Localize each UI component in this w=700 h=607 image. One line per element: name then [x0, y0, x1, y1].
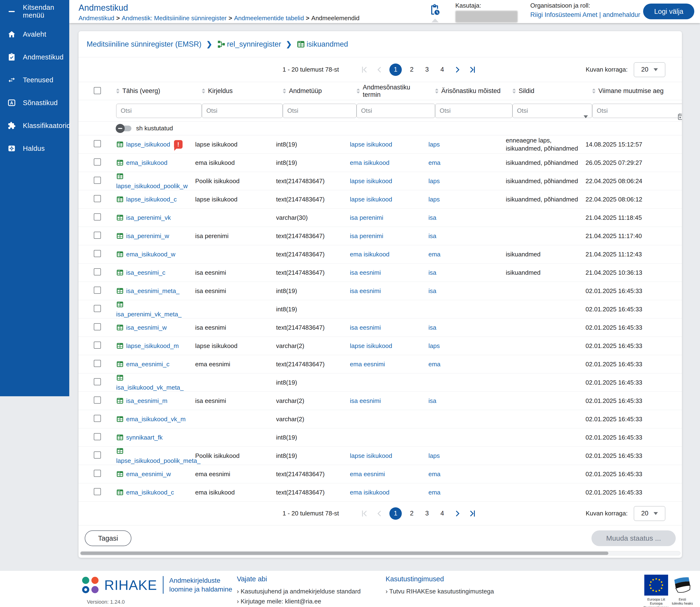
search-input-kirjeldus[interactable]	[202, 104, 283, 118]
previous-page-button[interactable]	[374, 64, 385, 75]
row-checkbox[interactable]	[94, 250, 101, 257]
dictionary-term-link[interactable]: isa eesnimi	[350, 324, 381, 331]
page-button-active[interactable]: 1	[389, 63, 402, 76]
sidebar-item-datasets[interactable]: Andmestikud	[0, 46, 69, 68]
row-checkbox[interactable]	[94, 213, 101, 221]
business-concept-link[interactable]: laps	[428, 141, 440, 148]
next-page-button[interactable]	[452, 508, 463, 519]
breadcrumb-link[interactable]: Andmestik: Meditsiiniline sünniregister	[122, 15, 227, 22]
sidebar-item-services[interactable]: Teenused	[0, 68, 69, 91]
element-link[interactable]: isa_perenimi_w	[116, 232, 169, 240]
business-concept-link[interactable]: isa	[428, 269, 436, 276]
dictionary-term-link[interactable]: ema eesnimi	[350, 470, 385, 478]
dictionary-term-link[interactable]: isa eesnimi	[350, 287, 381, 294]
column-header-muutmise-aeg[interactable]: Viimane muutmise aeg	[585, 87, 682, 95]
sidebar-item-home[interactable]: Avaleht	[0, 23, 69, 46]
element-link[interactable]: isa_isikukood_vk_meta_	[116, 374, 192, 391]
element-link[interactable]: ema_eesnimi_c	[116, 360, 169, 368]
scrollbar-thumb[interactable]	[80, 551, 608, 555]
element-link[interactable]: ema_isikukood	[116, 159, 167, 167]
sidebar-item-collapse-menu[interactable]: Kitsendan menüü	[0, 0, 69, 23]
business-concept-link[interactable]: ema	[428, 489, 441, 496]
sidebar-item-classifiers[interactable]: Klassifikaatorid	[0, 114, 69, 137]
element-link[interactable]: lapse_isikukood_c	[116, 195, 177, 203]
per-page-select[interactable]: 20	[634, 62, 665, 77]
column-header-tahis[interactable]: Tähis (veerg)	[109, 87, 195, 95]
search-input-termin[interactable]	[357, 104, 435, 118]
business-concept-link[interactable]: isa	[428, 324, 436, 331]
row-checkbox[interactable]	[94, 470, 101, 477]
column-header-sildid[interactable]: Sildid	[506, 87, 585, 95]
row-checkbox[interactable]	[94, 287, 101, 294]
column-header-kirjeldus[interactable]: Kirjeldus	[195, 87, 276, 95]
business-concept-link[interactable]: isa	[428, 214, 436, 221]
dictionary-term-link[interactable]: isa eesnimi	[350, 269, 381, 276]
search-select-sildid[interactable]	[513, 104, 592, 118]
previous-page-button[interactable]	[374, 508, 385, 519]
element-link[interactable]: lapse_isikukood_poolik_w	[116, 172, 192, 190]
sidebar-item-vocabularies[interactable]: A Sõnastikud	[0, 91, 69, 114]
element-link[interactable]: ema_isikukood_c	[116, 488, 174, 496]
dictionary-term-link[interactable]: lapse isikukood	[350, 196, 392, 203]
element-link[interactable]: ema_isikukood_w	[116, 250, 175, 258]
page-button[interactable]: 3	[422, 510, 432, 517]
dictionary-term-link[interactable]: lapse isikukood	[350, 177, 392, 185]
row-checkbox[interactable]	[94, 177, 101, 184]
row-checkbox[interactable]	[94, 433, 101, 440]
business-concept-link[interactable]: laps	[428, 177, 440, 185]
row-checkbox[interactable]	[94, 488, 101, 495]
last-page-button[interactable]	[467, 64, 478, 75]
element-link[interactable]: isa_eesnimi_c	[116, 269, 165, 276]
row-checkbox[interactable]	[94, 378, 101, 385]
per-page-select[interactable]: 20	[634, 506, 665, 521]
first-page-button[interactable]	[359, 64, 369, 75]
dictionary-term-link[interactable]: isa perenimi	[350, 232, 383, 239]
element-link[interactable]: lapse_isikukood	[116, 141, 170, 148]
row-checkbox[interactable]	[94, 397, 101, 404]
page-button[interactable]: 3	[422, 66, 432, 73]
back-button[interactable]: Tagasi	[85, 530, 132, 546]
column-header-andmetyyp[interactable]: Andmetüüp	[276, 87, 350, 95]
dataset-link[interactable]: Meditsiiniline sünniregister (EMSR)	[87, 40, 201, 48]
next-page-button[interactable]	[452, 64, 463, 75]
select-all-checkbox[interactable]	[94, 87, 101, 94]
change-status-button[interactable]: Muuda staatus ...	[592, 530, 676, 546]
search-input-andmetyyp[interactable]	[283, 104, 357, 118]
page-button[interactable]: 2	[406, 510, 417, 517]
dictionary-term-link[interactable]: ema isikukood	[350, 489, 389, 496]
element-link[interactable]: ema_eesnimi_w	[116, 470, 171, 478]
element-link[interactable]: isa_eesnimi_m	[116, 397, 167, 404]
help-link-email[interactable]: Kirjutage meile: klient@ria.ee	[237, 596, 361, 606]
include-deleted-toggle[interactable]	[117, 126, 132, 131]
search-input-moisted[interactable]	[435, 104, 513, 118]
terms-link[interactable]: Tutvu RIHAKEse kasutustingimustega	[385, 586, 494, 596]
element-link[interactable]: lapse_isikukood_m	[116, 342, 179, 350]
business-concept-link[interactable]: laps	[428, 196, 440, 203]
sidebar-item-administration[interactable]: Haldus	[0, 137, 69, 160]
help-link-manual[interactable]: Kasutusjuhend ja andmekirjelduse standar…	[237, 586, 361, 596]
pending-tasks-button[interactable]	[428, 4, 442, 18]
dictionary-term-link[interactable]: isa perenimi	[350, 214, 383, 221]
dictionary-term-link[interactable]: ema isikukood	[350, 251, 389, 258]
dictionary-term-link[interactable]: lapse isikukood	[350, 342, 392, 350]
business-concept-link[interactable]: ema	[428, 470, 441, 478]
business-concept-link[interactable]: isa	[428, 397, 436, 404]
first-page-button[interactable]	[359, 508, 369, 519]
search-input-tahis[interactable]	[116, 104, 202, 118]
page-button[interactable]: 4	[437, 510, 447, 517]
org-role-link[interactable]: Riigi Infosüsteemi Amet | andmehaldur	[530, 11, 640, 19]
element-link[interactable]: ema_isikukood_vk_m	[116, 415, 186, 423]
element-link[interactable]: synnikaart_fk	[116, 434, 163, 441]
column-header-moisted[interactable]: Ärisõnastiku mõisted	[428, 87, 506, 95]
table-link[interactable]: isikuandmed	[297, 40, 348, 48]
business-concept-link[interactable]: laps	[428, 342, 440, 350]
business-concept-link[interactable]: ema	[428, 361, 441, 368]
page-button[interactable]: 2	[406, 66, 417, 73]
last-page-button[interactable]	[467, 508, 478, 519]
dictionary-term-link[interactable]: ema eesnimi	[350, 361, 385, 368]
row-checkbox[interactable]	[94, 268, 101, 275]
column-header-termin[interactable]: Andmesõnastiku termin	[350, 84, 428, 99]
element-link[interactable]: isa_eesnimi_w	[116, 324, 167, 331]
row-checkbox[interactable]	[94, 305, 101, 312]
business-concept-link[interactable]: isa	[428, 287, 436, 294]
